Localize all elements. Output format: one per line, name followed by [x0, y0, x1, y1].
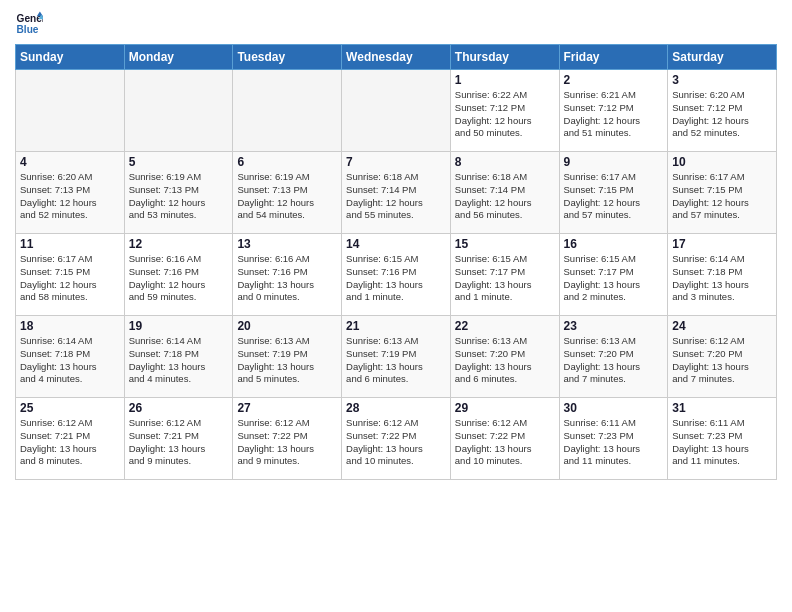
- day-number: 3: [672, 73, 772, 87]
- logo-icon: General Blue: [15, 10, 43, 38]
- day-number: 14: [346, 237, 446, 251]
- day-info: Sunrise: 6:13 AMSunset: 7:19 PMDaylight:…: [346, 335, 446, 386]
- day-info: Sunrise: 6:17 AMSunset: 7:15 PMDaylight:…: [672, 171, 772, 222]
- week-row-5: 25Sunrise: 6:12 AMSunset: 7:21 PMDayligh…: [16, 398, 777, 480]
- calendar-cell: [16, 70, 125, 152]
- calendar-cell: 22Sunrise: 6:13 AMSunset: 7:20 PMDayligh…: [450, 316, 559, 398]
- day-info: Sunrise: 6:15 AMSunset: 7:17 PMDaylight:…: [455, 253, 555, 304]
- calendar-cell: 2Sunrise: 6:21 AMSunset: 7:12 PMDaylight…: [559, 70, 668, 152]
- week-row-3: 11Sunrise: 6:17 AMSunset: 7:15 PMDayligh…: [16, 234, 777, 316]
- calendar-cell: 21Sunrise: 6:13 AMSunset: 7:19 PMDayligh…: [342, 316, 451, 398]
- day-number: 6: [237, 155, 337, 169]
- page-header: General Blue: [15, 10, 777, 38]
- calendar-cell: 14Sunrise: 6:15 AMSunset: 7:16 PMDayligh…: [342, 234, 451, 316]
- day-number: 10: [672, 155, 772, 169]
- day-number: 20: [237, 319, 337, 333]
- day-info: Sunrise: 6:17 AMSunset: 7:15 PMDaylight:…: [20, 253, 120, 304]
- day-info: Sunrise: 6:12 AMSunset: 7:21 PMDaylight:…: [129, 417, 229, 468]
- calendar-cell: [342, 70, 451, 152]
- weekday-header-friday: Friday: [559, 45, 668, 70]
- day-info: Sunrise: 6:13 AMSunset: 7:20 PMDaylight:…: [455, 335, 555, 386]
- weekday-header-tuesday: Tuesday: [233, 45, 342, 70]
- calendar-cell: 15Sunrise: 6:15 AMSunset: 7:17 PMDayligh…: [450, 234, 559, 316]
- calendar-cell: 23Sunrise: 6:13 AMSunset: 7:20 PMDayligh…: [559, 316, 668, 398]
- day-info: Sunrise: 6:19 AMSunset: 7:13 PMDaylight:…: [129, 171, 229, 222]
- calendar-cell: 18Sunrise: 6:14 AMSunset: 7:18 PMDayligh…: [16, 316, 125, 398]
- calendar-cell: 25Sunrise: 6:12 AMSunset: 7:21 PMDayligh…: [16, 398, 125, 480]
- day-number: 12: [129, 237, 229, 251]
- calendar-cell: 12Sunrise: 6:16 AMSunset: 7:16 PMDayligh…: [124, 234, 233, 316]
- day-number: 16: [564, 237, 664, 251]
- day-info: Sunrise: 6:22 AMSunset: 7:12 PMDaylight:…: [455, 89, 555, 140]
- day-number: 29: [455, 401, 555, 415]
- day-number: 27: [237, 401, 337, 415]
- calendar-cell: 26Sunrise: 6:12 AMSunset: 7:21 PMDayligh…: [124, 398, 233, 480]
- day-number: 25: [20, 401, 120, 415]
- weekday-header-thursday: Thursday: [450, 45, 559, 70]
- day-info: Sunrise: 6:21 AMSunset: 7:12 PMDaylight:…: [564, 89, 664, 140]
- calendar-cell: 24Sunrise: 6:12 AMSunset: 7:20 PMDayligh…: [668, 316, 777, 398]
- calendar-cell: 16Sunrise: 6:15 AMSunset: 7:17 PMDayligh…: [559, 234, 668, 316]
- calendar-cell: 8Sunrise: 6:18 AMSunset: 7:14 PMDaylight…: [450, 152, 559, 234]
- day-info: Sunrise: 6:12 AMSunset: 7:22 PMDaylight:…: [346, 417, 446, 468]
- day-number: 13: [237, 237, 337, 251]
- week-row-1: 1Sunrise: 6:22 AMSunset: 7:12 PMDaylight…: [16, 70, 777, 152]
- weekday-header-wednesday: Wednesday: [342, 45, 451, 70]
- day-info: Sunrise: 6:14 AMSunset: 7:18 PMDaylight:…: [672, 253, 772, 304]
- calendar-cell: 9Sunrise: 6:17 AMSunset: 7:15 PMDaylight…: [559, 152, 668, 234]
- calendar-cell: 31Sunrise: 6:11 AMSunset: 7:23 PMDayligh…: [668, 398, 777, 480]
- calendar-cell: 5Sunrise: 6:19 AMSunset: 7:13 PMDaylight…: [124, 152, 233, 234]
- svg-text:Blue: Blue: [17, 24, 39, 35]
- day-info: Sunrise: 6:11 AMSunset: 7:23 PMDaylight:…: [672, 417, 772, 468]
- day-info: Sunrise: 6:15 AMSunset: 7:17 PMDaylight:…: [564, 253, 664, 304]
- day-info: Sunrise: 6:13 AMSunset: 7:20 PMDaylight:…: [564, 335, 664, 386]
- day-info: Sunrise: 6:14 AMSunset: 7:18 PMDaylight:…: [20, 335, 120, 386]
- calendar-cell: 7Sunrise: 6:18 AMSunset: 7:14 PMDaylight…: [342, 152, 451, 234]
- day-number: 22: [455, 319, 555, 333]
- day-info: Sunrise: 6:12 AMSunset: 7:22 PMDaylight:…: [455, 417, 555, 468]
- calendar-cell: 11Sunrise: 6:17 AMSunset: 7:15 PMDayligh…: [16, 234, 125, 316]
- day-number: 7: [346, 155, 446, 169]
- weekday-header-monday: Monday: [124, 45, 233, 70]
- day-number: 19: [129, 319, 229, 333]
- calendar-cell: 6Sunrise: 6:19 AMSunset: 7:13 PMDaylight…: [233, 152, 342, 234]
- day-info: Sunrise: 6:16 AMSunset: 7:16 PMDaylight:…: [129, 253, 229, 304]
- day-number: 31: [672, 401, 772, 415]
- day-info: Sunrise: 6:20 AMSunset: 7:13 PMDaylight:…: [20, 171, 120, 222]
- calendar-cell: 13Sunrise: 6:16 AMSunset: 7:16 PMDayligh…: [233, 234, 342, 316]
- calendar-cell: 28Sunrise: 6:12 AMSunset: 7:22 PMDayligh…: [342, 398, 451, 480]
- day-number: 18: [20, 319, 120, 333]
- day-number: 30: [564, 401, 664, 415]
- calendar-cell: 27Sunrise: 6:12 AMSunset: 7:22 PMDayligh…: [233, 398, 342, 480]
- day-info: Sunrise: 6:12 AMSunset: 7:21 PMDaylight:…: [20, 417, 120, 468]
- calendar-cell: 17Sunrise: 6:14 AMSunset: 7:18 PMDayligh…: [668, 234, 777, 316]
- calendar-cell: 1Sunrise: 6:22 AMSunset: 7:12 PMDaylight…: [450, 70, 559, 152]
- logo: General Blue: [15, 10, 43, 38]
- calendar-table: SundayMondayTuesdayWednesdayThursdayFrid…: [15, 44, 777, 480]
- day-info: Sunrise: 6:17 AMSunset: 7:15 PMDaylight:…: [564, 171, 664, 222]
- day-info: Sunrise: 6:18 AMSunset: 7:14 PMDaylight:…: [346, 171, 446, 222]
- calendar-cell: 20Sunrise: 6:13 AMSunset: 7:19 PMDayligh…: [233, 316, 342, 398]
- weekday-header-sunday: Sunday: [16, 45, 125, 70]
- day-number: 17: [672, 237, 772, 251]
- day-number: 8: [455, 155, 555, 169]
- day-number: 21: [346, 319, 446, 333]
- day-info: Sunrise: 6:19 AMSunset: 7:13 PMDaylight:…: [237, 171, 337, 222]
- week-row-4: 18Sunrise: 6:14 AMSunset: 7:18 PMDayligh…: [16, 316, 777, 398]
- calendar-cell: [233, 70, 342, 152]
- day-info: Sunrise: 6:11 AMSunset: 7:23 PMDaylight:…: [564, 417, 664, 468]
- day-info: Sunrise: 6:15 AMSunset: 7:16 PMDaylight:…: [346, 253, 446, 304]
- calendar-cell: 3Sunrise: 6:20 AMSunset: 7:12 PMDaylight…: [668, 70, 777, 152]
- week-row-2: 4Sunrise: 6:20 AMSunset: 7:13 PMDaylight…: [16, 152, 777, 234]
- day-info: Sunrise: 6:13 AMSunset: 7:19 PMDaylight:…: [237, 335, 337, 386]
- day-info: Sunrise: 6:12 AMSunset: 7:22 PMDaylight:…: [237, 417, 337, 468]
- day-number: 2: [564, 73, 664, 87]
- day-number: 4: [20, 155, 120, 169]
- calendar-cell: 19Sunrise: 6:14 AMSunset: 7:18 PMDayligh…: [124, 316, 233, 398]
- calendar-cell: [124, 70, 233, 152]
- day-info: Sunrise: 6:16 AMSunset: 7:16 PMDaylight:…: [237, 253, 337, 304]
- day-number: 1: [455, 73, 555, 87]
- day-info: Sunrise: 6:20 AMSunset: 7:12 PMDaylight:…: [672, 89, 772, 140]
- day-number: 11: [20, 237, 120, 251]
- day-info: Sunrise: 6:12 AMSunset: 7:20 PMDaylight:…: [672, 335, 772, 386]
